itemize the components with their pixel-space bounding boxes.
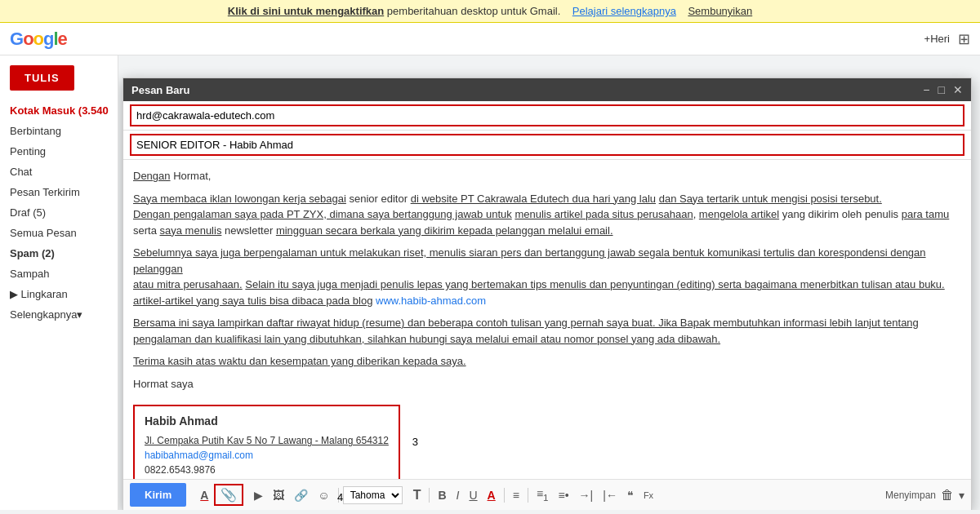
sidebar-item-more[interactable]: Selengkapnya▾ [0,304,118,325]
sidebar-item-chat[interactable]: Chat [0,162,118,182]
text-color-button[interactable]: A [196,486,212,504]
toolbar-divider-2 [429,488,430,503]
body-para-4: Terima kasih atas waktu dan kesempatan y… [133,353,961,370]
compose-to-row: 1 [123,101,971,131]
minimize-button[interactable]: − [923,83,929,96]
bold-button[interactable]: B [434,486,450,504]
compose-body[interactable]: Dengan Hormat, Saya membaca iklan lowong… [123,160,971,479]
body-para-1: Saya membaca iklan lowongan kerja sebaga… [133,191,961,239]
body-para-2: Sebelumnya saya juga berpengalaman untuk… [133,245,961,308]
send-button[interactable]: Kirim [130,483,186,507]
main-layout: TULIS Kotak Masuk (3.540 Berbintang Pent… [0,55,980,510]
label-number-3: 3 [412,434,418,450]
indent-button[interactable]: →| [575,486,598,504]
user-profile-link[interactable]: +Heri [924,33,950,45]
sidebar: TULIS Kotak Masuk (3.540 Berbintang Pent… [0,55,118,510]
sidebar-item-inbox[interactable]: Kotak Masuk (3.540 [0,100,118,121]
top-header-bar: Google +Heri ⊞ [0,23,980,55]
sig-email: habibahmad@gmail.com [145,448,389,463]
to-input[interactable] [130,104,964,126]
compose-button[interactable]: TULIS [10,65,74,91]
content-area: Pesan Baru − □ ✕ 1 2 Dengan Hormat, [118,55,980,510]
sidebar-item-sent[interactable]: Pesan Terkirim [0,182,118,202]
more-options-button[interactable]: ▾ [959,489,964,502]
sidebar-item-all[interactable]: Semua Pesan [0,223,118,243]
sig-name: Habib Ahmad [145,413,389,430]
compose-window: Pesan Baru − □ ✕ 1 2 Dengan Hormat, [122,78,972,510]
notif-hide-link[interactable]: Sembunyikan [688,5,752,17]
sig-phone: 0822.6543.9876 [145,463,389,477]
sidebar-item-trash[interactable]: Sampah [0,264,118,284]
insert-image-button[interactable]: 🖼 [269,486,288,504]
signature-container: Habib Ahmad Jl. Cempaka Putih Kav 5 No 7… [133,398,400,479]
font-family-select[interactable]: Tahoma [343,486,403,504]
compose-toolbar: Kirim A 📎 4 ▶ 🖼 🔗 ☺ Tahoma T B I [123,479,971,510]
unordered-list-button[interactable]: ≡• [555,486,573,504]
clear-format-button[interactable]: Fx [639,488,657,503]
compose-header[interactable]: Pesan Baru − □ ✕ [123,78,971,101]
apps-icon[interactable]: ⊞ [958,30,970,48]
sidebar-item-drafts[interactable]: Draf (5) [0,202,118,223]
blog-link[interactable]: www.habib-ahmad.com [376,295,486,307]
sig-address: Jl. Cempaka Putih Kav 5 No 7 Lawang - Ma… [145,433,389,448]
toolbar-right: Menyimpan 🗑 ▾ [885,488,964,503]
italic-button[interactable]: I [452,486,464,504]
sidebar-item-spam[interactable]: Spam (2) [0,243,118,264]
save-status: Menyimpan [885,490,936,501]
blockquote-button[interactable]: ❝ [623,486,638,504]
subject-input[interactable] [130,134,964,156]
body-greeting: Dengan Hormat, [133,168,961,184]
compose-title: Pesan Baru [131,84,190,96]
compose-subject-row: 2 [123,131,971,160]
notification-bar: Klik di sini untuk mengaktifkan pemberit… [0,0,980,23]
font-color-button[interactable]: A [483,486,500,504]
outdent-button[interactable]: |← [599,486,621,504]
top-bar-right: +Heri ⊞ [924,30,970,48]
font-size-button[interactable]: T [409,485,425,505]
body-closing: Hormat saya [133,376,961,392]
notif-learn-link[interactable]: Pelajari selengkapnya [572,5,676,17]
google-logo: Google [10,29,67,50]
notif-main-text[interactable]: Klik di sini untuk mengaktifkan [228,5,384,17]
insert-drive-button[interactable]: ▶ [250,486,267,504]
sidebar-item-important[interactable]: Penting [0,141,118,162]
sidebar-item-circles[interactable]: ▶ Lingkaran [0,284,118,304]
toolbar-divider-4 [528,488,528,503]
notif-rest-text: pemberitahuan desktop untuk Gmail. [387,5,560,17]
close-button[interactable]: ✕ [953,83,963,96]
signature-block: Habib Ahmad Jl. Cempaka Putih Kav 5 No 7… [133,405,400,479]
underline-button[interactable]: U [465,486,481,504]
number-4-label: 4 [337,491,343,503]
body-para-3: Bersama ini saya lampirkan daftar riwaya… [133,315,961,347]
sidebar-item-starred[interactable]: Berbintang [0,121,118,141]
maximize-button[interactable]: □ [938,83,945,96]
align-button[interactable]: ≡ [509,486,523,504]
ordered-list-button[interactable]: ≡1 [532,485,553,505]
insert-emoji-button[interactable]: ☺ [314,486,333,504]
toolbar-divider-3 [504,488,505,503]
insert-link-button[interactable]: 🔗 [290,486,312,504]
attach-button[interactable]: 📎 [214,484,243,506]
delete-draft-button[interactable]: 🗑 [941,488,954,503]
compose-controls: − □ ✕ [923,83,963,96]
